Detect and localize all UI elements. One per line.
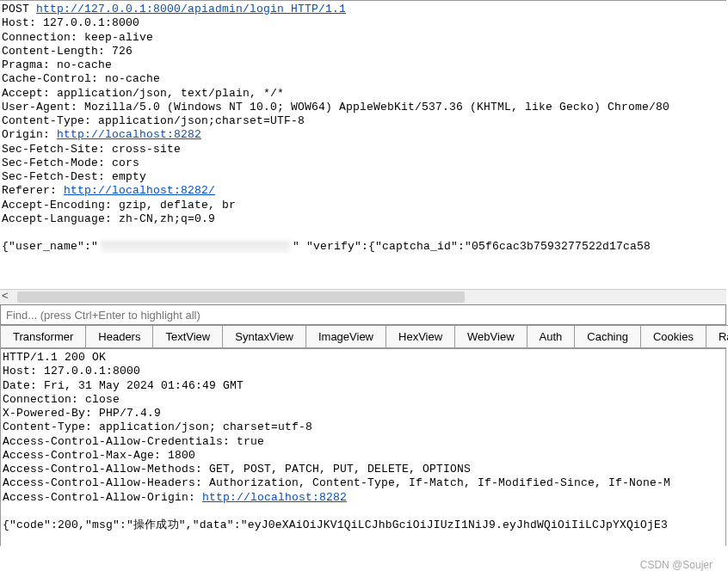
req-h12: Accept-Language: zh-CN,zh;q=0.9 <box>2 212 215 225</box>
resp-l1: Host: 127.0.0.1:8000 <box>3 365 140 377</box>
response-pane[interactable]: HTTP/1.1 200 OK Host: 127.0.0.1:8000 Dat… <box>0 348 726 546</box>
tab-syntaxview[interactable]: SyntaxView <box>223 326 306 347</box>
acao-link[interactable]: http://localhost:8282 <box>202 491 347 504</box>
req-h9: Sec-Fetch-Mode: cors <box>2 156 139 169</box>
tab-webview[interactable]: WebView <box>455 326 527 347</box>
request-protocol[interactable]: HTTP/1.1 <box>284 3 346 15</box>
req-h7: Content-Type: application/json;charset=U… <box>2 114 305 127</box>
req-h2: Content-Length: 726 <box>2 45 133 58</box>
req-h4: Cache-Control: no-cache <box>2 72 160 85</box>
req-body-pre: {"user_name":" <box>2 240 98 253</box>
tab-imageview[interactable]: ImageView <box>306 326 386 347</box>
resp-l2: Date: Fri, 31 May 2024 01:46:49 GMT <box>3 379 244 392</box>
acao-label: Access-Control-Allow-Origin: <box>3 491 202 504</box>
request-method: POST <box>2 3 36 15</box>
tab-headers[interactable]: Headers <box>86 326 153 347</box>
resp-body: {"code":200,"msg":"操作成功","data":"eyJ0eXA… <box>3 519 668 531</box>
request-pane: POST http://127.0.0.1:8000/apiadmin/logi… <box>0 0 726 304</box>
tab-raw[interactable]: Ra <box>706 325 728 347</box>
horizontal-scrollbar[interactable] <box>0 289 726 304</box>
request-raw[interactable]: POST http://127.0.0.1:8000/apiadmin/logi… <box>0 1 726 256</box>
req-h1: Connection: keep-alive <box>2 31 153 44</box>
tab-transformer[interactable]: Transformer <box>1 326 86 347</box>
redacted-segment <box>101 241 290 253</box>
origin-link[interactable]: http://localhost:8282 <box>57 128 201 141</box>
req-h0: Host: 127.0.0.1:8000 <box>2 16 139 29</box>
referer-link[interactable]: http://localhost:8282/ <box>64 184 215 197</box>
tab-auth[interactable]: Auth <box>527 326 576 347</box>
resp-l9: Access-Control-Allow-Headers: Authorizat… <box>3 476 670 489</box>
req-body-mid: " "verify":{"captcha_id":"05f6cac3b75932… <box>293 240 651 253</box>
req-h10: Sec-Fetch-Dest: empty <box>2 170 146 183</box>
resp-l5: Content-Type: application/json; charset=… <box>3 420 312 433</box>
req-h3: Pragma: no-cache <box>2 58 112 71</box>
referer-label: Referer: <box>2 184 64 197</box>
resp-l0: HTTP/1.1 200 OK <box>3 351 106 364</box>
tab-cookies[interactable]: Cookies <box>641 326 706 347</box>
resp-l7: Access-Control-Max-Age: 1800 <box>3 449 195 462</box>
resp-l8: Access-Control-Allow-Methods: GET, POST,… <box>3 463 471 476</box>
resp-l4: X-Powered-By: PHP/7.4.9 <box>3 407 161 420</box>
response-tabs: Transformer Headers TextView SyntaxView … <box>0 325 726 348</box>
tab-hexview[interactable]: HexView <box>386 326 455 347</box>
resp-l3: Connection: close <box>3 393 120 406</box>
scrollbar-thumb[interactable] <box>17 292 465 303</box>
req-h6: User-Agent: Mozilla/5.0 (Windows NT 10.0… <box>2 101 669 114</box>
resp-l6: Access-Control-Allow-Credentials: true <box>3 435 264 448</box>
tab-textview[interactable]: TextView <box>153 326 223 347</box>
req-h5: Accept: application/json, text/plain, */… <box>2 87 284 100</box>
req-h11: Accept-Encoding: gzip, deflate, br <box>2 199 236 212</box>
origin-label: Origin: <box>2 128 57 141</box>
watermark: CSDN @Soujer <box>640 559 713 571</box>
tab-caching[interactable]: Caching <box>575 326 641 347</box>
request-url-link[interactable]: http://127.0.0.1:8000/apiadmin/login <box>36 3 284 15</box>
find-input[interactable] <box>0 304 726 325</box>
req-h8: Sec-Fetch-Site: cross-site <box>2 143 181 156</box>
